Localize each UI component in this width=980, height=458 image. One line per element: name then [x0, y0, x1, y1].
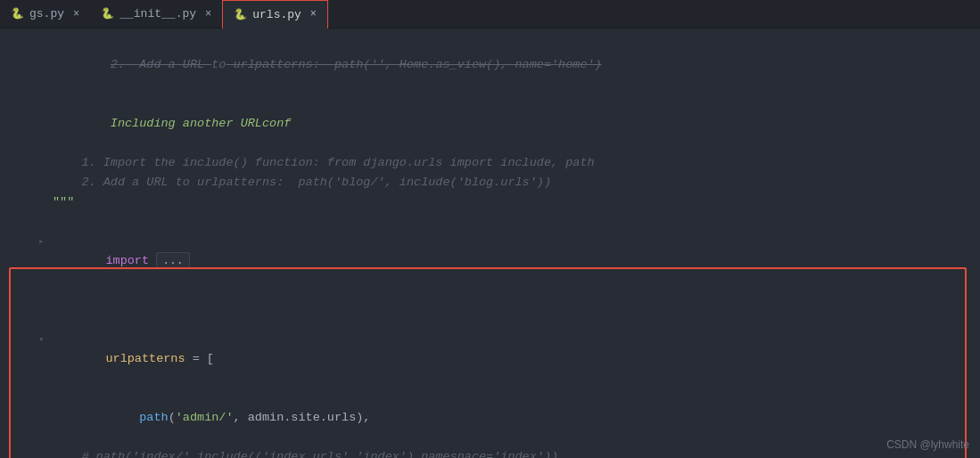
watermark: CSDN @lyhwhite — [886, 438, 969, 451]
code-line-3: 1. Import the include() function: from d… — [0, 153, 980, 173]
line-content-import: import ... — [48, 232, 980, 290]
line-content-admin: path('admin/', admin.site.urls), — [53, 388, 980, 447]
line-content-2: Including another URLconf — [53, 94, 980, 153]
line-content-5: """ — [53, 192, 980, 212]
editor-container: 🐍 gs.py × 🐍 __init__.py × 🐍 urls.py × 2.… — [0, 0, 980, 458]
code-line-blank2 — [0, 290, 980, 310]
close-icon-settings[interactable]: × — [73, 8, 79, 20]
close-icon-init[interactable]: × — [205, 8, 211, 20]
code-line-import: ▸ import ... — [0, 232, 980, 290]
tab-urls[interactable]: 🐍 urls.py × — [222, 0, 328, 29]
code-line-5: """ — [0, 192, 980, 212]
close-icon-urls[interactable]: × — [310, 8, 317, 20]
code-line-urlpatterns: ▾ urlpatterns = [ — [0, 330, 980, 388]
code-area: 2. Add a URL to urlpatterns: path('', Ho… — [0, 29, 980, 458]
line-content-4: 2. Add a URL to urlpatterns: path('blog/… — [53, 173, 980, 192]
line-content-urlpatterns: urlpatterns = [ — [48, 330, 980, 388]
line-content-3: 1. Import the include() function: from d… — [53, 153, 980, 173]
fold-icon-import[interactable]: ▸ — [38, 232, 45, 251]
tab-label-urls: urls.py — [252, 8, 301, 21]
fold-icon-urlpatterns[interactable]: ▾ — [38, 330, 45, 349]
tab-label-settings: gs.py — [29, 7, 64, 20]
line-content-index-comment: # path('index/',include(('index.urls','i… — [53, 447, 980, 458]
py-icon: 🐍 — [11, 7, 24, 20]
tab-settings[interactable]: 🐍 gs.py × — [0, 0, 90, 29]
tab-label-init: __init__.py — [119, 7, 196, 20]
py-icon-init: 🐍 — [101, 7, 114, 20]
line-content-1: 2. Add a URL to urlpatterns: path('', Ho… — [53, 36, 980, 94]
code-line-1: 2. Add a URL to urlpatterns: path('', Ho… — [0, 36, 980, 94]
code-line-index-comment: # path('index/',include(('index.urls','i… — [0, 447, 980, 458]
code-line-blank1 — [0, 212, 980, 232]
code-line-2: Including another URLconf — [0, 94, 980, 153]
import-collapsed[interactable]: ... — [156, 252, 189, 269]
code-line-admin: path('admin/', admin.site.urls), — [0, 388, 980, 447]
tab-bar: 🐍 gs.py × 🐍 __init__.py × 🐍 urls.py × — [0, 0, 980, 29]
py-icon-urls: 🐍 — [234, 8, 247, 21]
code-line-4: 2. Add a URL to urlpatterns: path('blog/… — [0, 173, 980, 192]
code-line-blank3 — [0, 310, 980, 330]
tab-init[interactable]: 🐍 __init__.py × — [90, 0, 222, 29]
